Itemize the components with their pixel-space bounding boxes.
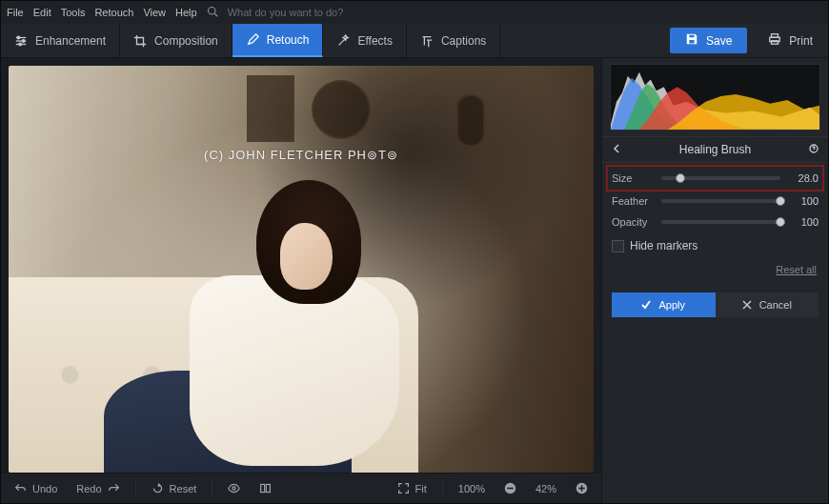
- search-icon: [207, 6, 218, 20]
- hide-markers-checkbox[interactable]: [612, 240, 624, 252]
- redo-label: Redo: [76, 483, 101, 494]
- svg-point-7: [19, 43, 22, 46]
- hide-markers-label: Hide markers: [630, 239, 698, 252]
- sliders-icon: [14, 34, 28, 48]
- size-slider-row: Size 28.0: [612, 171, 819, 186]
- redo-button[interactable]: Redo: [71, 479, 125, 497]
- zoom-in-button[interactable]: [570, 479, 594, 497]
- hide-markers-row[interactable]: Hide markers: [612, 239, 819, 252]
- menu-tools[interactable]: Tools: [61, 7, 86, 18]
- cancel-label: Cancel: [759, 299, 792, 311]
- reset-all-link[interactable]: Reset all: [612, 262, 819, 281]
- fit-button[interactable]: Fit: [392, 479, 433, 497]
- opacity-label: Opacity: [612, 216, 654, 228]
- brush-icon: [246, 33, 259, 47]
- compare-toggle[interactable]: [253, 479, 277, 497]
- menu-file[interactable]: File: [7, 7, 24, 18]
- search-input[interactable]: [228, 7, 399, 18]
- panel-title: Healing Brush: [679, 143, 751, 156]
- menu-view[interactable]: View: [143, 7, 166, 18]
- fit-label: Fit: [415, 483, 427, 494]
- apply-label: Apply: [658, 299, 685, 311]
- size-slider[interactable]: [661, 176, 780, 180]
- canvas-column: (C) JOHN FLETCHER PH⊚T⊚ Undo Redo Reset: [1, 58, 601, 503]
- histogram[interactable]: [610, 64, 820, 131]
- menu-retouch[interactable]: Retouch: [94, 7, 133, 18]
- back-button[interactable]: [612, 143, 621, 156]
- svg-rect-13: [267, 484, 271, 492]
- tab-captions[interactable]: Captions: [407, 24, 500, 57]
- app-window: File Edit Tools Retouch View Help Enhanc…: [0, 0, 829, 504]
- print-label: Print: [789, 34, 813, 48]
- panel-header: Healing Brush: [602, 136, 828, 163]
- opacity-thumb[interactable]: [776, 217, 785, 227]
- tab-composition[interactable]: Composition: [120, 24, 233, 57]
- reset-button[interactable]: Reset: [146, 479, 203, 497]
- save-label: Save: [706, 34, 732, 48]
- svg-rect-12: [261, 484, 265, 492]
- tab-toolbar: Enhancement Composition Retouch Effects …: [1, 24, 828, 58]
- main-row: (C) JOHN FLETCHER PH⊚T⊚ Undo Redo Reset: [1, 58, 828, 503]
- text-icon: [420, 34, 434, 48]
- size-label: Size: [612, 172, 654, 184]
- canvas[interactable]: (C) JOHN FLETCHER PH⊚T⊚: [1, 58, 601, 473]
- zoom-100-button[interactable]: 100%: [453, 480, 491, 497]
- watermark: (C) JOHN FLETCHER PH⊚T⊚: [204, 148, 398, 162]
- wand-icon: [336, 34, 350, 48]
- svg-rect-10: [772, 41, 778, 45]
- print-icon: [768, 32, 781, 49]
- photo: (C) JOHN FLETCHER PH⊚T⊚: [9, 66, 594, 473]
- svg-rect-18: [581, 485, 583, 492]
- opacity-slider-row: Opacity 100: [612, 216, 819, 228]
- opacity-slider[interactable]: [661, 220, 780, 224]
- feather-label: Feather: [612, 195, 654, 207]
- feather-value: 100: [788, 195, 819, 207]
- zoom-out-button[interactable]: [498, 479, 522, 497]
- feather-thumb[interactable]: [776, 196, 785, 206]
- bottom-bar: Undo Redo Reset: [1, 473, 601, 503]
- panel-body: Size 28.0 Feather 100 Opacity 100 Hide m…: [602, 163, 828, 325]
- tab-label: Effects: [357, 34, 392, 48]
- panel-actions: Apply Cancel: [612, 292, 819, 317]
- size-value: 28.0: [788, 172, 819, 184]
- tab-label: Composition: [154, 34, 218, 48]
- svg-point-0: [208, 7, 215, 14]
- tab-retouch[interactable]: Retouch: [233, 24, 324, 57]
- feather-slider-row: Feather 100: [612, 195, 819, 207]
- print-button[interactable]: Print: [753, 24, 828, 57]
- menu-help[interactable]: Help: [175, 7, 197, 18]
- svg-point-5: [17, 36, 20, 39]
- save-icon: [685, 32, 698, 49]
- tab-effects[interactable]: Effects: [323, 24, 406, 57]
- svg-point-6: [22, 39, 25, 42]
- opacity-value: 100: [788, 216, 819, 228]
- side-panel: Healing Brush Size 28.0 Feather 100 Opac…: [601, 58, 828, 503]
- tab-enhancement[interactable]: Enhancement: [1, 24, 120, 57]
- person: [123, 199, 409, 473]
- save-button[interactable]: Save: [670, 28, 747, 53]
- zoom-value[interactable]: 42%: [530, 480, 562, 497]
- tab-label: Retouch: [267, 33, 310, 47]
- reset-label: Reset: [170, 483, 197, 494]
- tab-label: Enhancement: [35, 34, 106, 48]
- svg-line-1: [214, 13, 217, 16]
- svg-rect-15: [507, 488, 514, 490]
- menu-edit[interactable]: Edit: [33, 7, 51, 18]
- size-thumb[interactable]: [676, 173, 685, 183]
- feather-slider[interactable]: [661, 199, 780, 203]
- menubar: File Edit Tools Retouch View Help: [1, 1, 828, 24]
- preview-toggle[interactable]: [222, 479, 246, 497]
- cancel-button[interactable]: Cancel: [716, 292, 819, 317]
- svg-point-11: [233, 487, 235, 490]
- tab-label: Captions: [441, 34, 486, 48]
- help-button[interactable]: [809, 143, 819, 156]
- undo-label: Undo: [32, 483, 57, 494]
- crop-icon: [133, 34, 147, 48]
- apply-button[interactable]: Apply: [612, 292, 716, 317]
- undo-button[interactable]: Undo: [9, 479, 63, 497]
